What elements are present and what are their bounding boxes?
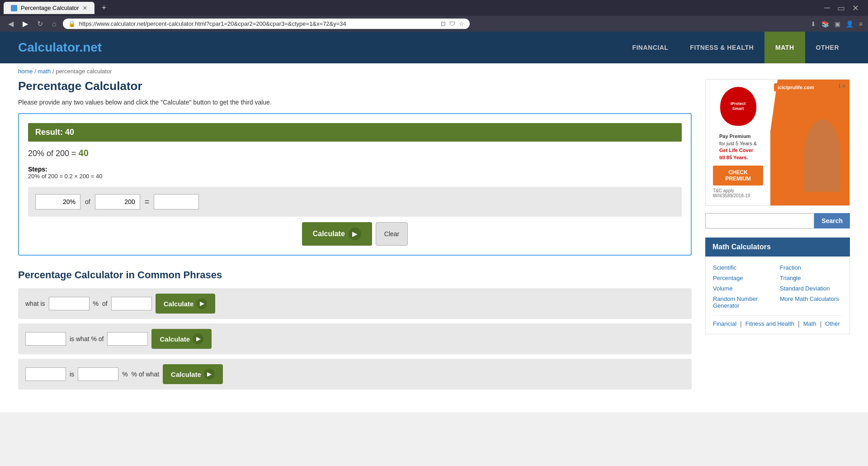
back-button[interactable]: ◀ [5,19,16,29]
phrase1-input2[interactable] [111,297,152,310]
maximize-btn[interactable]: ▭ [837,3,845,13]
close-btn[interactable]: ✕ [852,3,859,13]
phrase-row-3: is % % of what Calculate ▶ [18,359,692,390]
phrase2-calc-label: Calculate [160,335,190,343]
link-more-math[interactable]: More Math Calculators [780,295,842,309]
link-fraction[interactable]: Fraction [780,264,842,271]
equation-result: 40 [79,148,89,158]
search-box: Search [705,213,850,228]
phrase2-input1[interactable] [25,332,66,346]
search-button[interactable]: Search [814,213,850,228]
search-input[interactable] [705,213,814,228]
url-text: https://www.calculator.net/percent-calcu… [79,20,437,27]
browser-tab[interactable]: Percentage Calculator ✕ [4,2,94,14]
calc-result-input[interactable] [154,194,199,209]
steps-text: 20% of 200 = 0.2 × 200 = 40 [28,173,682,180]
footer-link-other[interactable]: Other [825,320,840,328]
calculate-arrow-icon: ▶ [349,228,361,240]
library-icon[interactable]: 📚 [821,20,829,28]
logo[interactable]: Calculator.net [18,40,102,55]
new-tab-button[interactable]: + [98,3,110,13]
phrase1-input1[interactable] [49,297,90,310]
calc-input-2[interactable] [95,194,140,209]
clear-button[interactable]: Clear [376,222,408,246]
phrase3-percent: % [122,371,127,378]
math-calculators-header: Math Calculators [705,238,850,257]
sep1: | [740,320,742,328]
footer-link-math[interactable]: Math [803,320,816,328]
ad-info-icon: ℹ [839,83,840,89]
forward-button[interactable]: ▶ [20,19,31,29]
calc-buttons: Calculate ▶ Clear [28,222,682,246]
footer-link-financial[interactable]: Financial [713,320,736,328]
url-bar[interactable]: 🔒 https://www.calculator.net/percent-cal… [63,19,470,29]
ad-right: iciciprulife.com ℹ ✕ [770,80,849,205]
ad-body-text: Pay Premiumfor just 5 Years & Get Life C… [719,133,757,161]
link-volume[interactable]: Volume [713,285,775,292]
calc-inputs-row: of = [28,187,682,217]
calc-input-1[interactable] [35,194,80,209]
breadcrumb-math[interactable]: math [38,68,51,75]
calculate-button[interactable]: Calculate ▶ [302,222,372,246]
main-layout: Percentage Calculator Please provide any… [0,79,868,412]
refresh-button[interactable]: ↻ [34,19,46,29]
calculator-box: Result: 40 20% of 200 = 40 Steps: 20% of… [18,113,692,256]
link-percentage[interactable]: Percentage [713,275,775,281]
link-triangle[interactable]: Triangle [780,275,842,281]
link-random-number-generator[interactable]: Random Number Generator [713,295,775,309]
footer-link-fitness[interactable]: Fitness and Health [745,320,794,328]
nav-fitness[interactable]: FITNESS & HEALTH [679,32,764,63]
logo-text: Calculator.net [18,40,102,54]
shield-icon: 🛡 [449,20,455,27]
ad-shield-text: iProtectSmart [731,101,746,112]
profile-icon[interactable]: 👤 [846,20,854,28]
nav-math[interactable]: MATH [764,32,805,63]
sep3: | [820,320,822,328]
breadcrumb-home[interactable]: home [18,68,33,75]
nav-other[interactable]: OTHER [805,32,850,63]
math-links-box: Scientific Fraction Percentage Triangle … [705,257,850,334]
favicon [11,5,17,11]
main-content: Percentage Calculator Please provide any… [18,79,692,394]
menu-icon[interactable]: ≡ [859,20,863,28]
phrase-row-2: is what % of Calculate ▶ [18,323,692,354]
sep2: | [798,320,800,328]
download-icon[interactable]: ⬇ [811,20,816,28]
phrase1-percent: % [93,300,99,307]
nav-financial[interactable]: FINANCIAL [621,32,679,63]
home-button[interactable]: ⌂ [49,19,59,29]
section2-title: Percentage Calculator in Common Phrases [18,269,692,281]
page-description: Please provide any two values below and … [18,99,692,106]
link-scientific[interactable]: Scientific [713,264,775,271]
ad-close-icon[interactable]: ✕ [842,83,846,89]
ad-brand: iciciprulife.com [774,83,818,91]
phrase1-calculate-button[interactable]: Calculate ▶ [156,294,216,314]
secure-icon: 🔒 [68,20,75,27]
tab-close-btn[interactable]: ✕ [83,5,87,11]
steps-section: Steps: 20% of 200 = 0.2 × 200 = 40 [28,166,682,180]
calculate-label: Calculate [313,230,345,238]
phrase1-pre: what is [25,300,45,307]
phrase2-calculate-button[interactable]: Calculate ▶ [151,329,212,349]
sidebar-icon[interactable]: ▣ [835,20,840,28]
bookmark-icon[interactable]: ⊡ [441,20,446,27]
browser-right-icons: ⬇ 📚 ▣ 👤 ≡ [811,20,863,28]
minimize-btn[interactable]: ─ [824,3,830,13]
steps-label: Steps: [28,166,682,173]
phrase3-input2[interactable] [78,367,118,381]
phrase1-calc-label: Calculate [164,300,194,308]
phrase2-input2[interactable] [107,332,148,346]
phrase3-calculate-button[interactable]: Calculate ▶ [163,364,223,384]
star-icon[interactable]: ☆ [459,20,464,27]
ad-check-premium-button[interactable]: CHECK PREMIUM [713,166,763,185]
tab-title: Percentage Calculator [21,5,79,11]
phrase2-arrow-icon: ▶ [193,333,203,344]
breadcrumb: home / math / percentage calculator [0,63,868,79]
phrase3-input1[interactable] [25,367,66,381]
phrase3-mid: is [70,371,74,378]
result-bar: Result: 40 [28,123,682,142]
sidebar: iProtectSmart Pay Premiumfor just 5 Year… [705,79,850,394]
link-standard-deviation[interactable]: Standard Deviation [780,285,842,292]
equation-text: 20% of 200 = [28,149,79,158]
titlebar: Percentage Calculator ✕ + ─ ▭ ✕ [0,0,868,16]
